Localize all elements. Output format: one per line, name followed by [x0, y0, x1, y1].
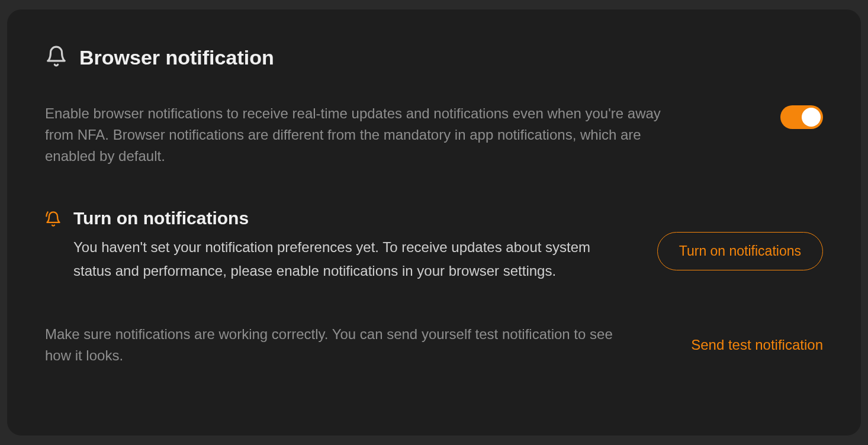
- bell-ring-icon: [45, 208, 62, 230]
- notification-settings-card: Browser notification Enable browser noti…: [7, 9, 861, 436]
- turn-on-button[interactable]: Turn on notifications: [657, 232, 823, 270]
- test-row: Make sure notifications are working corr…: [45, 324, 823, 366]
- card-header: Browser notification: [45, 45, 823, 70]
- test-description: Make sure notifications are working corr…: [45, 324, 619, 366]
- toggle-knob: [802, 108, 821, 127]
- enable-toggle[interactable]: [780, 105, 823, 129]
- turn-on-title: Turn on notifications: [73, 208, 600, 228]
- turn-on-left: Turn on notifications You haven't set yo…: [45, 208, 600, 282]
- enable-row: Enable browser notifications to receive …: [45, 103, 823, 167]
- turn-on-description: You haven't set your notification prefer…: [73, 236, 600, 282]
- enable-description: Enable browser notifications to receive …: [45, 103, 673, 167]
- turn-on-section: Turn on notifications You haven't set yo…: [45, 208, 823, 282]
- turn-on-text: Turn on notifications You haven't set yo…: [73, 208, 600, 282]
- bell-icon: [45, 45, 67, 70]
- send-test-button[interactable]: Send test notification: [691, 337, 823, 353]
- card-title: Browser notification: [79, 46, 274, 69]
